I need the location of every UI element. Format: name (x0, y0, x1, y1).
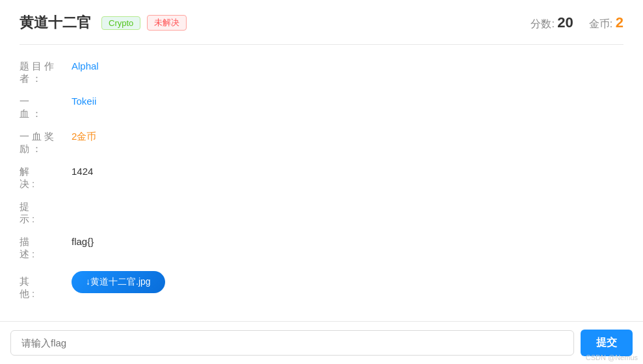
page-title: 黄道十二官 (20, 13, 91, 32)
flag-input[interactable] (10, 330, 574, 356)
score-label: 分数: (531, 18, 554, 29)
header-row: 黄道十二官 Crypto 未解决 分数: 20 金币: 2 (20, 13, 623, 45)
author-value[interactable]: Alphal (72, 60, 99, 72)
gold-value: 2 (616, 14, 623, 31)
hint-row: 提 示: (20, 201, 623, 226)
badge-unsolved: 未解决 (147, 15, 187, 31)
score-section: 分数: 20 (531, 14, 573, 31)
solve-value: 1424 (72, 166, 93, 177)
author-label: 题目作者： (20, 60, 72, 85)
score-value: 20 (557, 14, 573, 31)
first-blood-reward-value[interactable]: 2金币 (72, 131, 96, 143)
first-blood-label: 一 血： (20, 96, 72, 120)
desc-label: 描 述: (20, 236, 72, 261)
other-label: 其 他: (20, 276, 72, 300)
desc-value: flag{} (72, 236, 94, 247)
first-blood-row: 一 血： Tokeii (20, 96, 623, 120)
submit-button[interactable]: 提交 (581, 330, 633, 356)
other-row: 其 他: ↓黄道十二官.jpg (20, 271, 623, 300)
watermark: CSDN @Nemus (586, 354, 638, 361)
gold-label: 金币: (589, 18, 612, 29)
input-area: 提交 (0, 321, 643, 364)
header-stats: 分数: 20 金币: 2 (531, 14, 623, 31)
download-button[interactable]: ↓黄道十二官.jpg (72, 271, 165, 293)
first-blood-reward-row: 一血奖励： 2金币 (20, 131, 623, 155)
desc-row: 描 述: flag{} (20, 236, 623, 261)
first-blood-reward-label: 一血奖励： (20, 131, 72, 155)
hint-label: 提 示: (20, 201, 72, 226)
solve-row: 解 决: 1424 (20, 166, 623, 190)
solve-label: 解 决: (20, 166, 72, 190)
badge-crypto: Crypto (101, 16, 140, 30)
main-container: 黄道十二官 Crypto 未解决 分数: 20 金币: 2 题目作者： Alph… (0, 0, 643, 324)
first-blood-value[interactable]: Tokeii (72, 96, 96, 107)
author-row: 题目作者： Alphal (20, 60, 623, 85)
gold-section: 金币: 2 (589, 14, 623, 31)
